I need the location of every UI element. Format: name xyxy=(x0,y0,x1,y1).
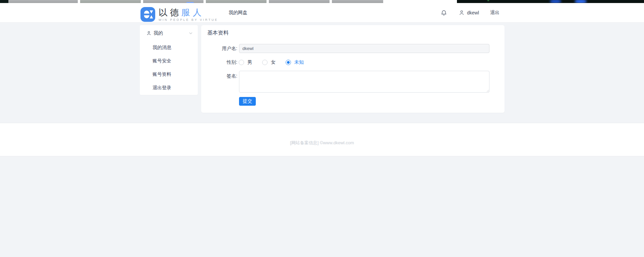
logo-title-blue: 服人 xyxy=(181,7,204,17)
logo-title: 以德服人 xyxy=(159,7,218,17)
sidebar-group-label: 我的 xyxy=(154,30,163,36)
sidebar-item-account-profile[interactable]: 账号资料 xyxy=(140,67,198,81)
user-menu[interactable]: dkewl xyxy=(459,3,479,22)
gender-option-female[interactable]: 女 xyxy=(262,59,286,65)
logo-text: 以德服人 WIN PEOPLE BY VIRTUE xyxy=(159,7,218,22)
browser-tab-remnant xyxy=(269,0,330,3)
signature-row: 签名: xyxy=(201,71,505,93)
sidebar-item-messages[interactable]: 我的消息 xyxy=(140,41,198,54)
username-field-label: 用户名: xyxy=(201,44,237,53)
gender-option-male[interactable]: 男 xyxy=(239,59,262,65)
gender-option-unknown[interactable]: 未知 xyxy=(286,59,309,65)
gender-option-label: 女 xyxy=(271,59,276,65)
logo[interactable]: 以德服人 WIN PEOPLE BY VIRTUE xyxy=(140,7,218,22)
window-edge-dark xyxy=(0,0,8,3)
sidebar: 我的 我的消息 账号安全 账号资料 退出登录 xyxy=(140,25,198,95)
panel-title: 基本资料 xyxy=(207,30,229,37)
signature-textarea[interactable] xyxy=(239,71,489,93)
browser-tab-remnant xyxy=(80,0,141,3)
blue-glow xyxy=(550,0,561,3)
submit-button[interactable]: 提交 xyxy=(239,97,256,106)
logout-link[interactable]: 退出 xyxy=(490,3,500,22)
sidebar-item-account-security[interactable]: 账号安全 xyxy=(140,54,198,67)
gender-field-label: 性别: xyxy=(201,59,237,65)
username-label: dkewl xyxy=(467,10,479,15)
browser-tab-remnant xyxy=(206,0,267,3)
gender-row: 性别: 男 女 未知 xyxy=(201,59,505,65)
gender-option-label: 男 xyxy=(247,59,252,65)
username-row: 用户名: xyxy=(201,44,505,53)
person-icon xyxy=(147,31,151,36)
page: 以德服人 WIN PEOPLE BY VIRTUE 我的网盘 dkewl 退出 xyxy=(0,0,644,257)
profile-panel: 基本资料 用户名: 性别: 男 女 xyxy=(201,25,505,113)
submit-row: 提交 xyxy=(239,97,256,106)
footer-copyright: [网站备案信息] ©www.dkewl.com xyxy=(290,140,354,146)
radio-icon xyxy=(262,60,268,65)
notifications-button[interactable] xyxy=(441,10,447,17)
logo-title-dark: 以德 xyxy=(159,7,181,17)
brand-logo-icon xyxy=(140,7,156,22)
chevron-down-icon xyxy=(189,32,192,34)
green-glow-dot xyxy=(487,0,489,1)
bell-icon xyxy=(441,10,447,16)
username-input[interactable] xyxy=(239,44,489,53)
signature-wrap xyxy=(239,71,489,93)
blue-glow xyxy=(575,0,587,3)
browser-tab-remnant xyxy=(143,0,203,3)
header: 以德服人 WIN PEOPLE BY VIRTUE 我的网盘 dkewl 退出 xyxy=(0,3,644,22)
content-area: 我的 我的消息 账号安全 账号资料 退出登录 基本资料 用户名: 性别: xyxy=(0,22,644,123)
radio-icon xyxy=(286,60,291,65)
signature-field-label: 签名: xyxy=(201,73,237,79)
radio-icon xyxy=(239,60,244,65)
background-window-strip xyxy=(0,0,644,3)
browser-tab-remnant xyxy=(332,0,383,3)
gender-option-label: 未知 xyxy=(294,59,304,65)
sidebar-group-my[interactable]: 我的 xyxy=(140,26,198,41)
footer: [网站备案信息] ©www.dkewl.com xyxy=(0,123,644,156)
browser-tab-remnant xyxy=(8,0,78,3)
user-icon xyxy=(459,10,464,15)
page-bottom-background xyxy=(0,156,644,257)
logo-tagline: WIN PEOPLE BY VIRTUE xyxy=(159,18,218,21)
nav-my-drive[interactable]: 我的网盘 xyxy=(229,3,247,22)
sidebar-item-logout[interactable]: 退出登录 xyxy=(140,81,198,94)
gender-radio-group: 男 女 未知 xyxy=(239,59,309,65)
